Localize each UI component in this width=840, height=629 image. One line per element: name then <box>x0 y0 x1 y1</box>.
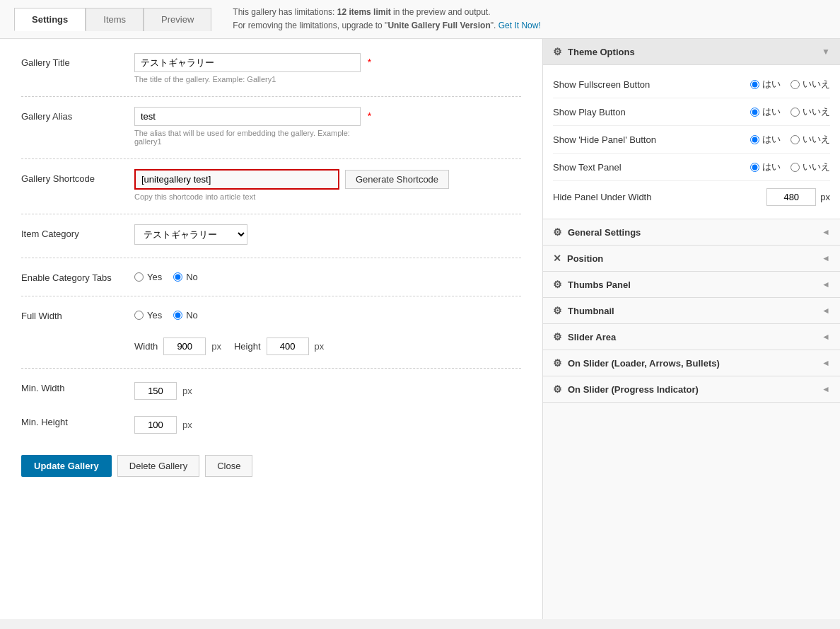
gear-icon-4: ⚙ <box>553 305 562 316</box>
gear-icon: ⚙ <box>553 46 562 57</box>
show-hide-panel-no-radio[interactable] <box>791 135 800 144</box>
full-width-yes-radio[interactable] <box>134 311 144 320</box>
gallery-alias-input[interactable] <box>134 107 361 126</box>
enable-tabs-row: Enable Category Tabs Yes No <box>21 268 521 283</box>
enable-tabs-yes-radio[interactable] <box>134 272 144 282</box>
slider-area-header-left: ⚙ Slider Area <box>553 331 616 342</box>
show-play-label: Show Play Button <box>553 107 626 117</box>
show-hide-panel-yes-radio[interactable] <box>750 135 759 144</box>
thumbnail-header-left: ⚙ Thumbnail <box>553 305 614 316</box>
show-text-panel-no-radio[interactable] <box>791 163 800 172</box>
divider-4 <box>21 258 521 258</box>
gallery-alias-hint: The alias that will be used for embeddin… <box>134 129 521 146</box>
slider-area-header[interactable]: ⚙ Slider Area ◄ <box>543 324 840 350</box>
hide-panel-width-row: Hide Panel Under Width px <box>553 184 830 210</box>
full-width-no-radio[interactable] <box>173 311 182 320</box>
right-panel: ⚙ Theme Options ▼ Show Fullscreen Button… <box>543 39 840 619</box>
progress-indicator-toggle: ◄ <box>822 384 830 394</box>
theme-options-body: Show Fullscreen Button はい いいえ <box>543 65 840 219</box>
generate-shortcode-button[interactable]: Generate Shortcode <box>345 170 449 189</box>
show-play-yes-radio[interactable] <box>750 108 759 117</box>
show-hide-panel-row: Show 'Hide Panel' Button はい いいえ <box>553 129 830 150</box>
show-fullscreen-yes-label[interactable]: はい <box>750 78 781 91</box>
gallery-shortcode-label: Gallery Shortcode <box>21 169 134 184</box>
enable-tabs-no-label[interactable]: No <box>173 272 198 282</box>
position-icon: ✕ <box>553 253 561 264</box>
min-width-px: px <box>182 386 192 396</box>
show-hide-panel-yes-label[interactable]: はい <box>750 133 781 146</box>
shortcode-hint: Copy this shortcode into article text <box>134 192 521 201</box>
item-category-label: Item Category <box>21 224 134 239</box>
gallery-shortcode-input[interactable] <box>134 169 339 190</box>
full-width-label: Full Width <box>21 306 134 321</box>
wh-row: Width px Height px <box>134 334 521 355</box>
slider-area-title: Slider Area <box>568 332 616 342</box>
show-fullscreen-no-radio[interactable] <box>791 80 800 89</box>
position-header[interactable]: ✕ Position ◄ <box>543 246 840 272</box>
show-hide-panel-no-label[interactable]: いいえ <box>791 133 830 146</box>
divider-5 <box>21 296 521 296</box>
main-content: Gallery Title * The title of the gallery… <box>0 39 840 619</box>
min-height-input[interactable] <box>134 416 177 434</box>
item-category-row: Item Category テストギャラリー <box>21 224 521 245</box>
min-width-row: Min. Width px <box>21 379 521 400</box>
position-header-left: ✕ Position <box>553 253 603 264</box>
show-play-no-label[interactable]: いいえ <box>791 105 830 118</box>
update-gallery-button[interactable]: Update Gallery <box>21 455 112 477</box>
on-slider-header-left: ⚙ On Slider (Loader, Arrows, Bullets) <box>553 357 720 369</box>
option-divider-4 <box>553 180 830 181</box>
hide-panel-width-input[interactable] <box>766 188 816 206</box>
height-text-label: Height <box>234 341 261 352</box>
show-text-panel-yes-radio[interactable] <box>750 163 759 172</box>
general-settings-header[interactable]: ⚙ General Settings ◄ <box>543 219 840 246</box>
close-button[interactable]: Close <box>205 455 252 477</box>
thumbs-panel-header-left: ⚙ Thumbs Panel <box>553 279 631 290</box>
enable-tabs-no-radio[interactable] <box>173 272 182 282</box>
show-fullscreen-yes-radio[interactable] <box>750 80 759 89</box>
thumbnail-header[interactable]: ⚙ Thumbnail ◄ <box>543 298 840 324</box>
full-width-no-label[interactable]: No <box>173 310 198 321</box>
progress-indicator-title: On Slider (Progress Indicator) <box>568 384 699 395</box>
item-category-select[interactable]: テストギャラリー <box>134 224 247 245</box>
show-text-panel-yes-label[interactable]: はい <box>750 161 781 173</box>
tab-preview[interactable]: Preview <box>144 8 211 31</box>
enable-tabs-yes-label[interactable]: Yes <box>134 272 162 282</box>
option-divider-3 <box>553 153 830 154</box>
thumbs-panel-header[interactable]: ⚙ Thumbs Panel ◄ <box>543 272 840 298</box>
tab-items[interactable]: Items <box>86 8 144 31</box>
hide-panel-width-label: Hide Panel Under Width <box>553 192 651 202</box>
hide-panel-px: px <box>820 192 830 202</box>
width-px: px <box>211 341 221 352</box>
gallery-shortcode-row: Gallery Shortcode Generate Shortcode Cop… <box>21 169 521 201</box>
width-input[interactable] <box>163 337 206 355</box>
show-hide-panel-label: Show 'Hide Panel' Button <box>553 134 656 145</box>
show-text-panel-no-label[interactable]: いいえ <box>791 161 830 173</box>
full-width-yes-label[interactable]: Yes <box>134 310 162 321</box>
width-label <box>21 334 134 338</box>
gallery-alias-label: Gallery Alias <box>21 107 134 122</box>
position-toggle: ◄ <box>822 253 830 263</box>
get-it-now-link[interactable]: Get It Now! <box>498 21 541 30</box>
shortcode-row: Generate Shortcode <box>134 169 521 190</box>
height-input[interactable] <box>267 337 309 355</box>
show-play-no-radio[interactable] <box>791 108 800 117</box>
divider-2 <box>21 158 521 159</box>
theme-options-header[interactable]: ⚙ Theme Options ▼ <box>543 39 840 65</box>
min-width-input[interactable] <box>134 382 177 400</box>
min-width-field: px <box>134 379 521 400</box>
full-width-row: Full Width Yes No <box>21 306 521 321</box>
min-width-group: Min. Width px <box>21 379 521 400</box>
hide-panel-width-control: px <box>766 188 830 206</box>
on-slider-header[interactable]: ⚙ On Slider (Loader, Arrows, Bullets) ◄ <box>543 350 840 376</box>
tab-settings[interactable]: Settings <box>14 8 86 31</box>
gear-icon-6: ⚙ <box>553 357 562 369</box>
gear-icon-3: ⚙ <box>553 279 562 290</box>
progress-indicator-header[interactable]: ⚙ On Slider (Progress Indicator) ◄ <box>543 376 840 403</box>
bottom-buttons: Update Gallery Delete Gallery Close <box>21 455 521 477</box>
gallery-title-input[interactable] <box>134 53 361 72</box>
min-width-label: Min. Width <box>21 379 134 393</box>
show-fullscreen-no-label[interactable]: いいえ <box>791 78 830 91</box>
divider-3 <box>21 214 521 214</box>
delete-gallery-button[interactable]: Delete Gallery <box>117 455 199 477</box>
show-play-yes-label[interactable]: はい <box>750 105 781 118</box>
